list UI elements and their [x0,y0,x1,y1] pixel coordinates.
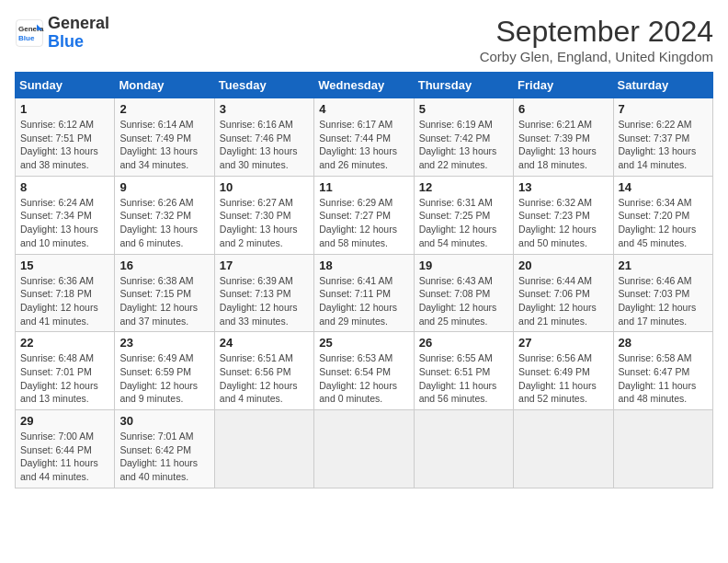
calendar-week-row: 1Sunrise: 6:12 AM Sunset: 7:51 PM Daylig… [16,98,713,177]
calendar-cell: 3Sunrise: 6:16 AM Sunset: 7:46 PM Daylig… [214,98,313,177]
calendar-week-row: 8Sunrise: 6:24 AM Sunset: 7:34 PM Daylig… [16,176,713,254]
day-info: Sunrise: 6:19 AM Sunset: 7:42 PM Dayligh… [419,118,508,172]
day-number: 14 [619,180,708,194]
weekday-header-tuesday: Tuesday [214,73,313,98]
calendar-cell: 30Sunrise: 7:01 AM Sunset: 6:42 PM Dayli… [115,410,214,488]
day-info: Sunrise: 6:48 AM Sunset: 7:01 PM Dayligh… [20,351,109,406]
day-number: 26 [419,336,508,350]
day-info: Sunrise: 6:43 AM Sunset: 7:08 PM Dayligh… [419,274,508,328]
day-number: 7 [619,102,708,116]
calendar-cell [214,410,313,488]
day-info: Sunrise: 6:26 AM Sunset: 7:32 PM Dayligh… [119,196,209,250]
day-info: Sunrise: 6:27 AM Sunset: 7:30 PM Dayligh… [220,196,309,250]
day-info: Sunrise: 6:16 AM Sunset: 7:46 PM Dayligh… [220,118,309,172]
calendar-cell: 14Sunrise: 6:34 AM Sunset: 7:20 PM Dayli… [613,176,712,254]
calendar-cell [613,410,712,488]
calendar-cell [314,410,414,488]
day-number: 10 [220,180,309,194]
day-number: 24 [220,336,309,350]
day-number: 27 [518,336,608,350]
calendar-cell: 4Sunrise: 6:17 AM Sunset: 7:44 PM Daylig… [314,98,414,177]
day-info: Sunrise: 6:51 AM Sunset: 6:56 PM Dayligh… [220,351,309,406]
day-info: Sunrise: 6:22 AM Sunset: 7:37 PM Dayligh… [619,118,708,172]
day-info: Sunrise: 6:46 AM Sunset: 7:03 PM Dayligh… [619,274,708,328]
day-info: Sunrise: 6:44 AM Sunset: 7:06 PM Dayligh… [518,274,608,328]
day-info: Sunrise: 6:39 AM Sunset: 7:13 PM Dayligh… [220,274,309,328]
day-info: Sunrise: 6:21 AM Sunset: 7:39 PM Dayligh… [518,118,608,172]
calendar-cell: 24Sunrise: 6:51 AM Sunset: 6:56 PM Dayli… [214,332,313,410]
calendar-cell [514,410,613,488]
day-number: 6 [518,102,608,116]
calendar-cell: 8Sunrise: 6:24 AM Sunset: 7:34 PM Daylig… [16,176,115,254]
day-info: Sunrise: 6:34 AM Sunset: 7:20 PM Dayligh… [619,196,708,250]
calendar-cell: 26Sunrise: 6:55 AM Sunset: 6:51 PM Dayli… [414,332,513,410]
calendar-cell: 17Sunrise: 6:39 AM Sunset: 7:13 PM Dayli… [214,254,313,332]
day-number: 3 [220,102,309,116]
day-info: Sunrise: 6:49 AM Sunset: 6:59 PM Dayligh… [119,351,209,406]
calendar-cell: 12Sunrise: 6:31 AM Sunset: 7:25 PM Dayli… [414,176,513,254]
day-info: Sunrise: 6:55 AM Sunset: 6:51 PM Dayligh… [419,351,508,406]
calendar-week-row: 22Sunrise: 6:48 AM Sunset: 7:01 PM Dayli… [16,332,713,410]
day-number: 4 [319,102,408,116]
calendar-cell: 28Sunrise: 6:58 AM Sunset: 6:47 PM Dayli… [613,332,712,410]
calendar-cell: 20Sunrise: 6:44 AM Sunset: 7:06 PM Dayli… [514,254,613,332]
day-number: 8 [20,180,109,194]
day-info: Sunrise: 6:29 AM Sunset: 7:27 PM Dayligh… [319,196,408,250]
weekday-header-friday: Friday [514,73,613,98]
calendar-cell: 19Sunrise: 6:43 AM Sunset: 7:08 PM Dayli… [414,254,513,332]
day-info: Sunrise: 7:00 AM Sunset: 6:44 PM Dayligh… [20,430,109,484]
calendar-cell: 22Sunrise: 6:48 AM Sunset: 7:01 PM Dayli… [16,332,115,410]
calendar-cell: 10Sunrise: 6:27 AM Sunset: 7:30 PM Dayli… [214,176,313,254]
page-header: General Blue General Blue September 2024… [15,15,713,64]
calendar-cell: 23Sunrise: 6:49 AM Sunset: 6:59 PM Dayli… [115,332,214,410]
calendar-cell: 25Sunrise: 6:53 AM Sunset: 6:54 PM Dayli… [314,332,414,410]
calendar-cell: 5Sunrise: 6:19 AM Sunset: 7:42 PM Daylig… [414,98,513,177]
day-number: 30 [119,414,209,428]
day-number: 28 [619,336,708,350]
day-info: Sunrise: 6:41 AM Sunset: 7:11 PM Dayligh… [319,274,408,328]
calendar-cell: 15Sunrise: 6:36 AM Sunset: 7:18 PM Dayli… [16,254,115,332]
calendar-cell: 16Sunrise: 6:38 AM Sunset: 7:15 PM Dayli… [115,254,214,332]
calendar-cell: 27Sunrise: 6:56 AM Sunset: 6:49 PM Dayli… [514,332,613,410]
calendar-table: SundayMondayTuesdayWednesdayThursdayFrid… [15,72,713,488]
day-number: 19 [419,259,508,272]
calendar-cell: 21Sunrise: 6:46 AM Sunset: 7:03 PM Dayli… [613,254,712,332]
weekday-header-thursday: Thursday [414,73,513,98]
day-info: Sunrise: 6:56 AM Sunset: 6:49 PM Dayligh… [518,351,608,406]
day-number: 20 [518,259,608,272]
calendar-cell: 9Sunrise: 6:26 AM Sunset: 7:32 PM Daylig… [115,176,214,254]
calendar-cell: 1Sunrise: 6:12 AM Sunset: 7:51 PM Daylig… [16,98,115,177]
calendar-cell: 29Sunrise: 7:00 AM Sunset: 6:44 PM Dayli… [16,410,115,488]
logo-text: General Blue [48,15,109,52]
day-info: Sunrise: 6:17 AM Sunset: 7:44 PM Dayligh… [319,118,408,172]
day-info: Sunrise: 6:53 AM Sunset: 6:54 PM Dayligh… [319,351,408,406]
calendar-cell: 2Sunrise: 6:14 AM Sunset: 7:49 PM Daylig… [115,98,214,177]
day-info: Sunrise: 6:31 AM Sunset: 7:25 PM Dayligh… [419,196,508,250]
calendar-cell: 6Sunrise: 6:21 AM Sunset: 7:39 PM Daylig… [514,98,613,177]
day-number: 2 [119,102,209,116]
day-number: 23 [119,336,209,350]
day-number: 15 [20,259,109,272]
calendar-week-row: 15Sunrise: 6:36 AM Sunset: 7:18 PM Dayli… [16,254,713,332]
day-info: Sunrise: 6:36 AM Sunset: 7:18 PM Dayligh… [20,274,109,328]
weekday-header-sunday: Sunday [16,73,115,98]
day-number: 1 [20,102,109,116]
day-info: Sunrise: 6:12 AM Sunset: 7:51 PM Dayligh… [20,118,109,172]
day-info: Sunrise: 6:14 AM Sunset: 7:49 PM Dayligh… [119,118,209,172]
svg-text:Blue: Blue [18,34,35,42]
day-number: 9 [119,180,209,194]
calendar-week-row: 29Sunrise: 7:00 AM Sunset: 6:44 PM Dayli… [16,410,713,488]
calendar-cell: 13Sunrise: 6:32 AM Sunset: 7:23 PM Dayli… [514,176,613,254]
weekday-header-monday: Monday [115,73,214,98]
day-number: 17 [220,259,309,272]
logo: General Blue General Blue [15,15,109,52]
day-number: 25 [319,336,408,350]
day-info: Sunrise: 6:38 AM Sunset: 7:15 PM Dayligh… [119,274,209,328]
day-number: 5 [419,102,508,116]
month-title: September 2024 [480,15,713,49]
weekday-header-saturday: Saturday [613,73,712,98]
day-number: 16 [119,259,209,272]
day-number: 13 [518,180,608,194]
location: Corby Glen, England, United Kingdom [480,49,713,64]
day-number: 12 [419,180,508,194]
